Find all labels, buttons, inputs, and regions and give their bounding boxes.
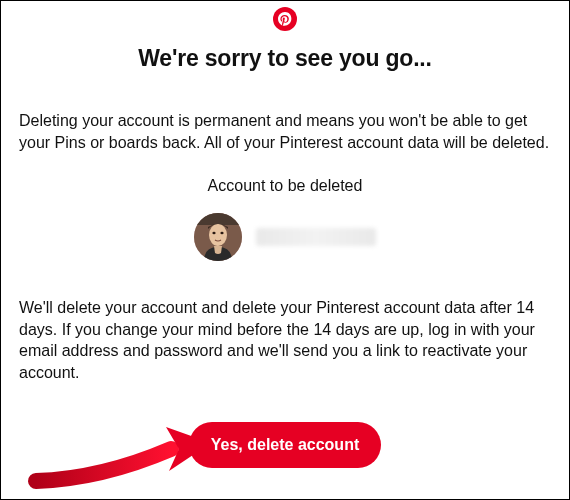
avatar [194, 213, 242, 261]
svg-point-2 [209, 224, 227, 246]
pinterest-logo-icon [273, 7, 297, 31]
svg-point-3 [212, 232, 215, 234]
logo-row [19, 7, 551, 31]
svg-point-4 [220, 232, 223, 234]
confirm-delete-button[interactable]: Yes, delete account [189, 422, 382, 468]
permanent-warning-text: Deleting your account is permanent and m… [19, 110, 551, 153]
account-row [19, 213, 551, 261]
svg-rect-1 [194, 213, 242, 225]
account-section-label: Account to be deleted [19, 177, 551, 195]
dialog-heading: We're sorry to see you go... [19, 45, 551, 72]
button-row: Yes, delete account [19, 422, 551, 468]
delete-account-dialog: We're sorry to see you go... Deleting yo… [0, 0, 570, 500]
grace-period-text: We'll delete your account and delete you… [19, 297, 551, 383]
username-redacted [256, 228, 376, 246]
